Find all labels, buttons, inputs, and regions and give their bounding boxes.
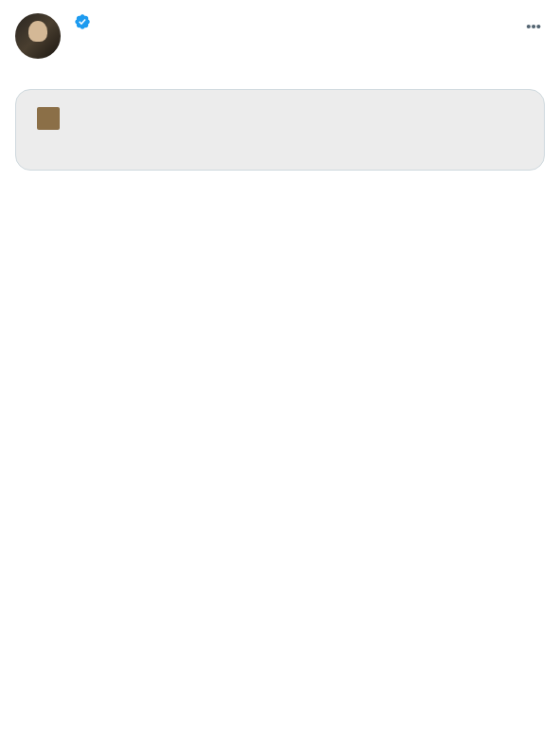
user-message [37, 107, 523, 130]
embedded-image-card[interactable] [15, 89, 545, 171]
user-info [70, 13, 513, 30]
user-avatar-icon [37, 107, 60, 130]
tweet-header: ••• [15, 13, 545, 59]
tweet-container: ••• [0, 0, 560, 184]
more-options-button[interactable]: ••• [522, 13, 545, 40]
chatgpt-conversation [16, 90, 544, 170]
verified-badge-icon [74, 13, 91, 30]
avatar[interactable] [15, 13, 61, 59]
